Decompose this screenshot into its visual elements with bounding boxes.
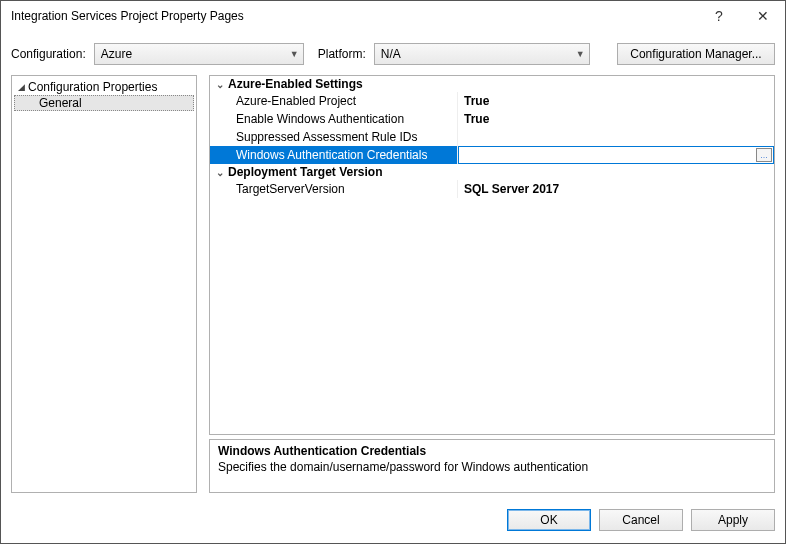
tree-root-label: Configuration Properties	[28, 80, 157, 94]
configuration-manager-button[interactable]: Configuration Manager...	[617, 43, 775, 65]
prop-row-windows-auth-credentials[interactable]: Windows Authentication Credentials …	[210, 146, 774, 164]
platform-value: N/A	[381, 47, 570, 61]
prop-value[interactable]: …	[458, 146, 774, 164]
ellipsis-button[interactable]: …	[756, 148, 772, 162]
chevron-down-icon: ⌄	[212, 79, 228, 90]
prop-name: Windows Authentication Credentials	[210, 146, 458, 164]
platform-label: Platform:	[318, 47, 366, 61]
caret-down-icon: ◢	[18, 82, 28, 92]
window-title: Integration Services Project Property Pa…	[11, 9, 697, 23]
description-text: Specifies the domain/username/password f…	[218, 460, 766, 474]
tree-item-general[interactable]: General	[14, 95, 194, 111]
configuration-label: Configuration:	[11, 47, 86, 61]
prop-value: True	[458, 92, 774, 110]
ok-button[interactable]: OK	[507, 509, 591, 531]
prop-name: TargetServerVersion	[210, 180, 458, 198]
prop-row-suppressed-rule-ids[interactable]: Suppressed Assessment Rule IDs	[210, 128, 774, 146]
prop-value	[458, 128, 774, 146]
dialog-footer: OK Cancel Apply	[1, 497, 785, 543]
description-panel: Windows Authentication Credentials Speci…	[209, 439, 775, 493]
description-title: Windows Authentication Credentials	[218, 444, 766, 458]
category-deployment-target-version[interactable]: ⌄ Deployment Target Version	[210, 164, 774, 180]
chevron-down-icon: ▼	[284, 49, 299, 59]
prop-name: Suppressed Assessment Rule IDs	[210, 128, 458, 146]
prop-row-target-server-version[interactable]: TargetServerVersion SQL Server 2017	[210, 180, 774, 198]
titlebar: Integration Services Project Property Pa…	[1, 1, 785, 31]
configuration-dropdown[interactable]: Azure ▼	[94, 43, 304, 65]
prop-value: SQL Server 2017	[458, 180, 774, 198]
prop-row-azure-enabled-project[interactable]: Azure-Enabled Project True	[210, 92, 774, 110]
prop-row-enable-windows-auth[interactable]: Enable Windows Authentication True	[210, 110, 774, 128]
chevron-down-icon: ⌄	[212, 167, 228, 178]
configuration-row: Configuration: Azure ▼ Platform: N/A ▼ C…	[1, 31, 785, 75]
tree-item-label: General	[39, 96, 82, 110]
category-label: Azure-Enabled Settings	[228, 77, 363, 91]
help-button[interactable]: ?	[697, 1, 741, 31]
tree-root-configuration-properties[interactable]: ◢ Configuration Properties	[12, 79, 196, 95]
category-label: Deployment Target Version	[228, 165, 382, 179]
prop-name: Enable Windows Authentication	[210, 110, 458, 128]
platform-dropdown[interactable]: N/A ▼	[374, 43, 590, 65]
category-azure-enabled-settings[interactable]: ⌄ Azure-Enabled Settings	[210, 76, 774, 92]
apply-button[interactable]: Apply	[691, 509, 775, 531]
configuration-value: Azure	[101, 47, 284, 61]
prop-name: Azure-Enabled Project	[210, 92, 458, 110]
chevron-down-icon: ▼	[570, 49, 585, 59]
cancel-button[interactable]: Cancel	[599, 509, 683, 531]
property-grid: ⌄ Azure-Enabled Settings Azure-Enabled P…	[209, 75, 775, 435]
prop-value: True	[458, 110, 774, 128]
nav-tree: ◢ Configuration Properties General	[11, 75, 197, 493]
close-button[interactable]: ✕	[741, 1, 785, 31]
